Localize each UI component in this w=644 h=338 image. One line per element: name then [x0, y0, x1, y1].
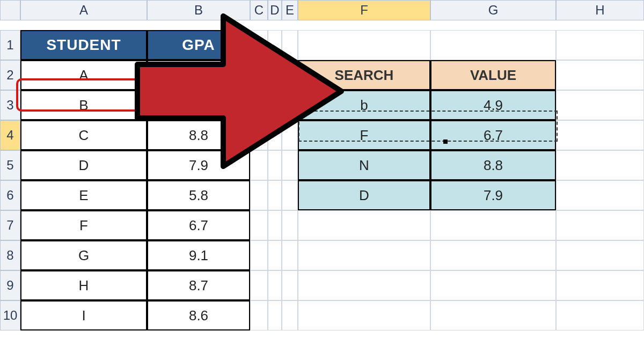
- cell-A6[interactable]: E: [20, 180, 147, 210]
- cell-A8[interactable]: G: [20, 240, 147, 270]
- cell-G5[interactable]: 8.8: [430, 150, 556, 180]
- cell-D1[interactable]: [268, 30, 282, 60]
- cell-H10[interactable]: [556, 300, 644, 330]
- cell-H9[interactable]: [556, 270, 644, 300]
- cell-D5[interactable]: [268, 150, 282, 180]
- cell-C3[interactable]: [250, 90, 268, 120]
- value-header[interactable]: VALUE: [430, 60, 556, 90]
- cell-H2[interactable]: [556, 60, 644, 90]
- cell-C2[interactable]: [250, 60, 268, 90]
- col-header-H[interactable]: H: [556, 0, 644, 20]
- cell-E9[interactable]: [282, 270, 298, 300]
- cell-G8[interactable]: [430, 240, 556, 270]
- cell-E2[interactable]: [282, 60, 298, 90]
- cell-D9[interactable]: [268, 270, 282, 300]
- cell-D4[interactable]: [268, 120, 282, 150]
- cell-E6[interactable]: [282, 180, 298, 210]
- cell-H6[interactable]: [556, 180, 644, 210]
- cell-C7[interactable]: [250, 210, 268, 240]
- cell-B4[interactable]: 8.8: [147, 120, 250, 150]
- cell-A9[interactable]: H: [20, 270, 147, 300]
- cell-C9[interactable]: [250, 270, 268, 300]
- row-header-4[interactable]: 4: [0, 120, 20, 150]
- cell-H5[interactable]: [556, 150, 644, 180]
- col-header-E[interactable]: E: [282, 0, 298, 20]
- col-header-D[interactable]: D: [268, 0, 282, 20]
- cell-D3[interactable]: [268, 90, 282, 120]
- cell-F6[interactable]: D: [298, 180, 430, 210]
- col-header-A[interactable]: A: [20, 0, 147, 20]
- cell-F10[interactable]: [298, 300, 430, 330]
- cell-B8[interactable]: 9.1: [147, 240, 250, 270]
- row-header-7[interactable]: 7: [0, 210, 20, 240]
- col-header-B[interactable]: B: [147, 0, 250, 20]
- search-header[interactable]: SEARCH: [298, 60, 430, 90]
- cell-B5[interactable]: 7.9: [147, 150, 250, 180]
- cell-D10[interactable]: [268, 300, 282, 330]
- cell-A4[interactable]: C: [20, 120, 147, 150]
- cell-E3[interactable]: [282, 90, 298, 120]
- row-header-6[interactable]: 6: [0, 180, 20, 210]
- cell-C8[interactable]: [250, 240, 268, 270]
- col-header-C[interactable]: C: [250, 0, 268, 20]
- row-header-2[interactable]: 2: [0, 60, 20, 90]
- cell-E1[interactable]: [282, 30, 298, 60]
- cell-B10[interactable]: 8.6: [147, 300, 250, 330]
- cell-E4[interactable]: [282, 120, 298, 150]
- cell-G9[interactable]: [430, 270, 556, 300]
- cell-D8[interactable]: [268, 240, 282, 270]
- cell-F4[interactable]: F: [298, 120, 430, 150]
- cell-E8[interactable]: [282, 240, 298, 270]
- cell-F3[interactable]: b: [298, 90, 430, 120]
- row-header-5[interactable]: 5: [0, 150, 20, 180]
- row-header-9[interactable]: 9: [0, 270, 20, 300]
- cell-G6[interactable]: 7.9: [430, 180, 556, 210]
- cell-B2[interactable]: 7.5: [147, 60, 250, 90]
- cell-D6[interactable]: [268, 180, 282, 210]
- cell-B9[interactable]: 8.7: [147, 270, 250, 300]
- cell-C6[interactable]: [250, 180, 268, 210]
- cell-B6[interactable]: 5.8: [147, 180, 250, 210]
- row-header-10[interactable]: 10: [0, 300, 20, 330]
- row-header-3[interactable]: 3: [0, 90, 20, 120]
- gpa-header[interactable]: GPA: [147, 30, 250, 60]
- cell-A2[interactable]: A: [20, 60, 147, 90]
- cell-B7[interactable]: 6.7: [147, 210, 250, 240]
- cell-A10[interactable]: I: [20, 300, 147, 330]
- cell-F5[interactable]: N: [298, 150, 430, 180]
- select-all-corner[interactable]: [0, 0, 20, 20]
- row-header-8[interactable]: 8: [0, 240, 20, 270]
- col-header-G[interactable]: G: [430, 0, 556, 20]
- cell-G3[interactable]: 4.9: [430, 90, 556, 120]
- cell-F8[interactable]: [298, 240, 430, 270]
- cell-B3[interactable]: [147, 90, 250, 120]
- cell-E7[interactable]: [282, 210, 298, 240]
- cell-G4[interactable]: 6.7: [430, 120, 556, 150]
- cell-A5[interactable]: D: [20, 150, 147, 180]
- cell-H7[interactable]: [556, 210, 644, 240]
- cell-F9[interactable]: [298, 270, 430, 300]
- cell-C4[interactable]: [250, 120, 268, 150]
- cell-G7[interactable]: [430, 210, 556, 240]
- cell-F7[interactable]: [298, 210, 430, 240]
- cell-A3[interactable]: B: [20, 90, 147, 120]
- cell-G1[interactable]: [430, 30, 556, 60]
- cell-E10[interactable]: [282, 300, 298, 330]
- cell-G10[interactable]: [430, 300, 556, 330]
- col-header-F[interactable]: F: [298, 0, 430, 20]
- cell-H1[interactable]: [556, 30, 644, 60]
- cell-C10[interactable]: [250, 300, 268, 330]
- cell-E5[interactable]: [282, 150, 298, 180]
- cell-D7[interactable]: [268, 210, 282, 240]
- cell-C1[interactable]: [250, 30, 268, 60]
- spreadsheet-grid[interactable]: A B C D E F G H 1 STUDENT GPA 2 A 7.5 SE…: [0, 0, 644, 330]
- cell-H3[interactable]: [556, 90, 644, 120]
- cell-D2[interactable]: [268, 60, 282, 90]
- row-header-1[interactable]: 1: [0, 30, 20, 60]
- cell-F1[interactable]: [298, 30, 430, 60]
- cell-A7[interactable]: F: [20, 210, 147, 240]
- cell-H4[interactable]: [556, 120, 644, 150]
- cell-H8[interactable]: [556, 240, 644, 270]
- cell-C5[interactable]: [250, 150, 268, 180]
- student-header[interactable]: STUDENT: [20, 30, 147, 60]
